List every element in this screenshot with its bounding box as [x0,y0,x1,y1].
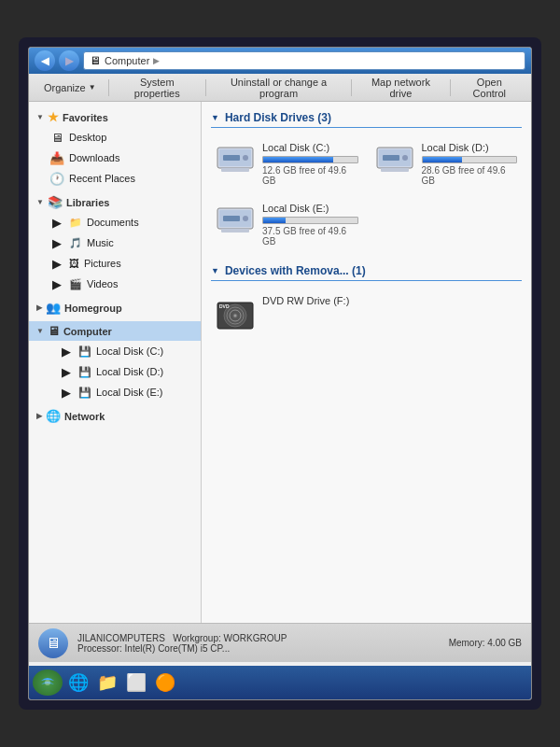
sidebar-item-desktop[interactable]: 🖥 Desktop [29,127,201,148]
disk-d-info: Local Disk (D:) 28.6 GB free of 49.6 GB [422,142,518,186]
status-workgroup-label: Workgroup: WORKGROUP [173,633,287,643]
svg-rect-9 [381,168,409,172]
system-properties-button[interactable]: System properties [113,73,201,103]
disk-c-arrow-icon: ▶ [59,344,74,359]
status-processor: Processor: Intel(R) Core(TM) i5 CP... [77,643,440,654]
disk-e-label: Local Disk (E:) [262,203,358,214]
disk-c-item[interactable]: Local Disk (C:) 12.6 GB free of 49.6 GB [211,137,363,190]
disk-d-space: 28.6 GB free of 49.6 GB [422,165,518,186]
sidebar-desktop-label: Desktop [69,132,106,143]
status-bar: 🖥 JILANICOMPUTERS Workgroup: WORKGROUP P… [29,623,531,662]
disk-d-icon: 💾 [78,366,91,378]
status-name-label: JILANICOMPUTERS [77,633,165,643]
title-bar: ◀ ▶ 🖥 Computer ▶ [29,48,531,74]
map-network-button[interactable]: Map network drive [357,73,445,103]
chevron-right-icon: ▶ [153,56,160,65]
computer-status-icon: 🖥 [38,628,68,658]
sidebar-local-d-label: Local Disk (D:) [96,366,163,377]
status-memory: Memory: 4.00 GB [449,638,522,648]
disk-c-progress-fill [263,157,333,162]
sidebar-item-videos[interactable]: ▶ 🎬 Videos [29,274,201,294]
status-info: JILANICOMPUTERS Workgroup: WORKGROUP Pro… [77,633,440,654]
homegroup-icon: 👥 [46,301,61,315]
hard-disk-section: ▼ Hard Disk Drives (3) [211,111,522,251]
hd-section-triangle: ▼ [211,113,219,122]
triangle-icon-hg: ▶ [36,303,42,312]
taskbar: 🌐 📁 ⬜ 🟠 [29,666,531,699]
documents-icon: ▶ [49,215,64,230]
triangle-icon-net: ▶ [36,412,42,420]
sidebar-local-e-label: Local Disk (E:) [96,387,163,398]
taskbar-ie-icon[interactable]: 🌐 [65,669,91,696]
disk-d-item[interactable]: Local Disk (D:) 28.6 GB free of 49.6 GB [371,137,523,190]
toolbar-separator-1 [108,79,109,96]
content-panel: ▼ Hard Disk Drives (3) [202,102,531,623]
dvd-item[interactable]: DVD DVD RW Drive (F:) [211,290,522,339]
main-area: ▼ ★ Favorites 🖥 Desktop 📥 Downloads 🕐 [29,102,531,623]
uninstall-button[interactable]: Uninstall or change a program [211,73,346,103]
svg-point-23 [45,680,50,685]
triangle-icon-lib: ▼ [36,198,44,206]
sidebar-favorites-section: ▼ ★ Favorites 🖥 Desktop 📥 Downloads 🕐 [29,107,201,189]
star-icon: ★ [48,110,59,124]
organize-button[interactable]: Organize ▼ [36,78,104,97]
videos-icon: 🎬 [69,278,82,290]
music-arrow-icon: ▶ [49,235,64,250]
disk-e-progress-bg [262,217,358,224]
toolbar: Organize ▼ System properties Uninstall o… [29,74,531,102]
taskbar-folder-icon[interactable]: 📁 [94,669,120,696]
disk-grid: Local Disk (C:) 12.6 GB free of 49.6 GB [211,137,522,251]
disk-e-space: 37.5 GB free of 49.6 GB [262,226,358,247]
network-icon: 🌐 [46,409,61,423]
disk-c-progress-bg [262,156,358,163]
svg-rect-2 [223,155,240,161]
sidebar-item-documents[interactable]: ▶ 📁 Documents [29,212,201,233]
start-button[interactable] [33,669,63,696]
sidebar-favorites-header[interactable]: ▼ ★ Favorites [29,107,201,127]
sidebar-recent-label: Recent Places [69,173,135,184]
computer-nav-icon: 🖥 [48,324,60,338]
downloads-icon: 📥 [49,150,64,165]
sidebar-item-music[interactable]: ▶ 🎵 Music [29,233,201,253]
svg-point-8 [402,155,408,161]
title-bar-nav: ◀ ▶ 🖥 Computer ▶ [35,50,525,71]
svg-rect-14 [221,229,249,233]
hard-disk-section-title: Hard Disk Drives (3) [225,111,331,124]
address-bar[interactable]: 🖥 Computer ▶ [83,51,525,70]
devices-section: ▼ Devices with Remova... (1) DVD [211,264,522,339]
sidebar-libraries-header[interactable]: ▼ 📚 Libraries [29,192,201,212]
sidebar-item-recent-places[interactable]: 🕐 Recent Places [29,168,201,189]
status-computer-name: JILANICOMPUTERS Workgroup: WORKGROUP [77,633,440,643]
sidebar-item-downloads[interactable]: 📥 Downloads [29,148,201,168]
music-icon: 🎵 [69,237,82,249]
disk-d-progress-bg [422,156,518,163]
sidebar-libraries-section: ▼ 📚 Libraries ▶ 📁 Documents ▶ 🎵 Music [29,192,201,294]
open-control-button[interactable]: Open Control [455,73,524,103]
sidebar-downloads-label: Downloads [69,152,119,163]
forward-button[interactable]: ▶ [59,50,79,71]
sidebar-homegroup-header[interactable]: ▶ 👥 Homegroup [29,298,201,317]
disk-c-space: 12.6 GB free of 49.6 GB [262,165,358,186]
sidebar-pictures-label: Pictures [84,258,121,269]
videos-arrow-icon: ▶ [49,276,64,291]
sidebar-item-local-c[interactable]: ▶ 💾 Local Disk (C:) [29,341,201,361]
sidebar-item-local-d[interactable]: ▶ 💾 Local Disk (D:) [29,361,201,382]
chevron-down-icon: ▼ [89,83,96,92]
back-button[interactable]: ◀ [35,50,55,71]
taskbar-media-icon[interactable]: ⬜ [123,669,149,696]
sidebar-item-pictures[interactable]: ▶ 🖼 Pictures [29,253,201,274]
sidebar-favorites-label: Favorites [63,112,108,123]
disk-d-icon-svg [375,142,414,176]
disk-e-item[interactable]: Local Disk (E:) 37.5 GB free of 49.6 GB [211,198,363,251]
pictures-arrow-icon: ▶ [49,256,64,271]
windows-logo-icon [39,674,56,691]
explorer-window: ◀ ▶ 🖥 Computer ▶ Organize ▼ System prope… [28,47,532,700]
sidebar-computer-header[interactable]: ▼ 🖥 Computer [29,321,201,341]
sidebar-network-header[interactable]: ▶ 🌐 Network [29,406,201,426]
svg-point-13 [243,216,248,221]
disk-e-info: Local Disk (E:) 37.5 GB free of 49.6 GB [262,203,358,247]
sidebar-item-local-e[interactable]: ▶ 💾 Local Disk (E:) [29,382,201,402]
svg-point-20 [234,315,237,317]
taskbar-chrome-icon[interactable]: 🟠 [152,669,178,696]
toolbar-separator-2 [205,79,206,96]
